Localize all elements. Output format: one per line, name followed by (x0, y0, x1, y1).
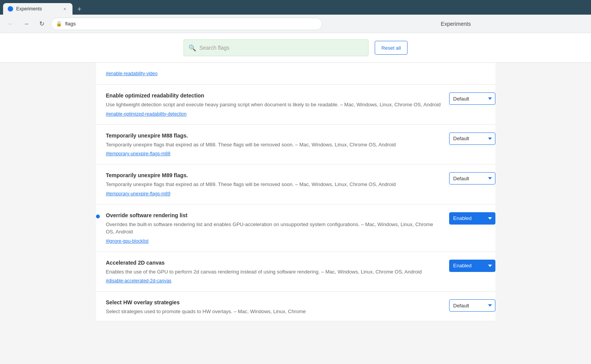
flag-control: Default Enabled Disabled (449, 172, 495, 185)
flag-anchor[interactable]: #temporary-unexpire-flags-m88 (106, 151, 170, 156)
flag-dot (96, 174, 100, 178)
flag-select-optimized-readability[interactable]: Default Enabled Disabled (449, 92, 495, 105)
flag-control: Default Enabled Disabled (449, 260, 495, 272)
flag-anchor-readability-video[interactable]: #enable-readability-video (106, 71, 158, 76)
address-bar[interactable]: 🔒 flags (51, 18, 322, 30)
flag-select-m88[interactable]: Default Enabled Disabled (449, 133, 495, 145)
flag-select-m89[interactable]: Default Enabled Disabled (449, 172, 495, 185)
flag-content: Enable optimized readability detection U… (106, 92, 443, 117)
reset-all-button[interactable]: Reset all (375, 41, 407, 55)
flag-desc: Temporarily unexpire flags that expired … (106, 141, 443, 149)
flag-dot-active (96, 215, 100, 218)
flags-list: #enable-readability-video Enable optimiz… (84, 63, 508, 321)
flag-desc: Overrides the built-in software renderin… (106, 221, 443, 236)
tab-label: Experiments (16, 6, 42, 12)
flag-desc: Select strategies used to promote quads … (106, 308, 443, 315)
lock-icon: 🔒 (56, 21, 62, 27)
search-placeholder: Search flags (199, 45, 229, 51)
search-bar-container[interactable]: 🔍 Search flags (184, 39, 369, 56)
flag-select-hw-overlay[interactable]: Default Enabled Disabled (449, 299, 495, 312)
flag-anchor[interactable]: #enable-optimized-readability-detection (106, 111, 187, 117)
flag-content: Temporarily unexpire M89 flags. Temporar… (106, 172, 443, 196)
flag-control: Default Enabled Disabled (449, 133, 495, 145)
flag-item-m88: Temporarily unexpire M88 flags. Temporar… (96, 125, 495, 165)
flag-desc: Enables the use of the GPU to perform 2d… (106, 268, 443, 276)
reload-button[interactable]: ↻ (35, 18, 48, 30)
flag-content: #enable-readability-video (106, 70, 495, 76)
flag-control: Default Enabled Disabled (449, 212, 495, 225)
flag-select-ignore-gpu-blocklist[interactable]: Default Enabled Disabled (449, 212, 495, 225)
flag-name: Temporarily unexpire M89 flags. (106, 172, 443, 178)
flag-item-readability-video: #enable-readability-video (96, 63, 495, 85)
flag-name: Accelerated 2D canvas (106, 260, 443, 266)
flag-item-m89: Temporarily unexpire M89 flags. Temporar… (96, 164, 495, 205)
flag-desc: Temporarily unexpire flags that expired … (106, 181, 443, 188)
flag-item-accelerated-2d-canvas: Accelerated 2D canvas Enables the use of… (96, 252, 495, 292)
flag-dot (96, 73, 100, 77)
forward-button[interactable]: → (20, 18, 32, 30)
flag-content: Accelerated 2D canvas Enables the use of… (106, 260, 443, 284)
back-button[interactable]: ← (5, 18, 17, 30)
flag-item-ignore-gpu-blocklist: Override software rendering list Overrid… (96, 205, 495, 252)
flag-name: Temporarily unexpire M88 flags. (106, 133, 443, 139)
page-title: Experiments (325, 21, 587, 27)
active-tab[interactable]: Experiments × (3, 3, 72, 15)
flag-control: Default Enabled Disabled (449, 299, 495, 312)
flag-name: Enable optimized readability detection (106, 92, 443, 99)
flag-item-optimized-readability: Enable optimized readability detection U… (96, 85, 495, 125)
tab-strip: Experiments × + (3, 0, 85, 15)
flag-name: Override software rendering list (106, 212, 443, 218)
browser-toolbar: ← → ↻ 🔒 flags Experiments (0, 15, 591, 33)
flag-desc: Use lightweight detection script and exe… (106, 101, 443, 109)
flag-select-accelerated-2d-canvas[interactable]: Default Enabled Disabled (449, 260, 495, 272)
flag-anchor[interactable]: #ignore-gpu-blocklist (106, 238, 149, 244)
flag-control: Default Enabled Disabled (449, 92, 495, 105)
flags-header: 🔍 Search flags Reset all (0, 33, 591, 63)
flag-content: Temporarily unexpire M88 flags. Temporar… (106, 133, 443, 157)
flag-item-hw-overlay: Select HW overlay strategies Select stra… (96, 292, 495, 321)
browser-titlebar: Experiments × + (0, 0, 591, 15)
flag-name: Select HW overlay strategies (106, 299, 443, 305)
flag-dot (96, 262, 100, 266)
flag-dot (96, 95, 100, 99)
page-content: 🔍 Search flags Reset all #enable-readabi… (0, 33, 591, 364)
search-icon: 🔍 (189, 44, 196, 52)
tab-close-button[interactable]: × (62, 6, 68, 12)
flag-content: Select HW overlay strategies Select stra… (106, 299, 443, 318)
flag-content: Override software rendering list Overrid… (106, 212, 443, 244)
flag-dot (96, 135, 100, 139)
flag-dot (96, 302, 100, 305)
flag-anchor[interactable]: #disable-accelerated-2d-canvas (106, 278, 172, 283)
tab-favicon (8, 6, 13, 12)
flag-anchor[interactable]: #temporary-unexpire-flags-m89 (106, 191, 170, 196)
address-text: flags (65, 21, 76, 27)
new-tab-button[interactable]: + (74, 4, 85, 15)
